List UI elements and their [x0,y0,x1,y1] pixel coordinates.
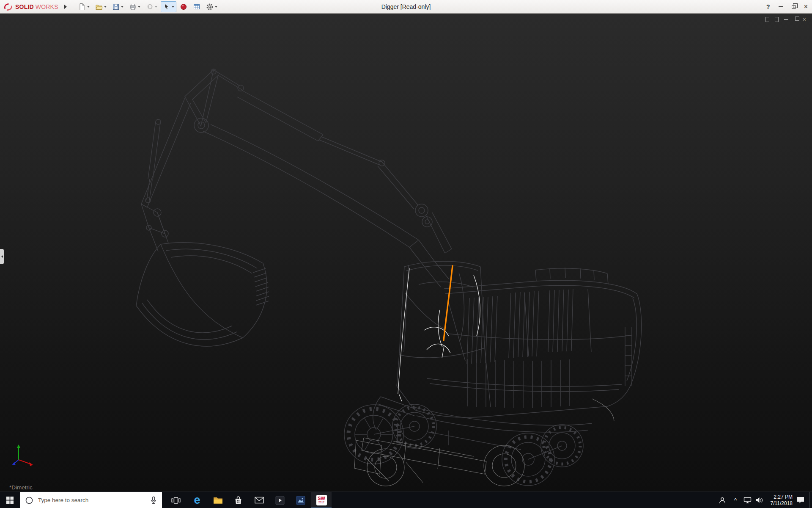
minimize-button[interactable] [779,6,783,7]
clock-time: 2:27 PM [774,494,793,500]
print-icon [129,3,137,11]
quick-access-toolbar [76,1,219,12]
feature-manager-collapsed-tab[interactable] [0,249,4,264]
taskbar-search-box[interactable] [20,492,162,508]
mail-envelope-icon [255,497,264,504]
design-table-button[interactable] [191,1,203,12]
solidworks-taskbar-button[interactable]: SW 2017 [311,492,332,508]
microphone-icon[interactable] [150,496,157,505]
people-icon [719,497,726,504]
solidworks-2017-icon: SW 2017 [316,495,327,505]
movies-tv-button[interactable] [270,492,290,508]
edge-browser-button[interactable]: e [187,492,207,508]
start-button[interactable] [0,492,20,508]
file-explorer-icon [213,496,223,504]
mail-button[interactable] [249,492,269,508]
close-button[interactable]: × [804,3,808,10]
options-button[interactable] [204,1,219,12]
volume-button[interactable] [754,492,765,508]
new-document-icon [78,3,86,11]
design-table-icon [193,3,200,11]
search-input[interactable] [37,497,150,504]
chevron-down-icon[interactable] [104,6,107,8]
chevron-down-icon[interactable] [138,6,140,8]
clock-date: 7/11/2018 [771,500,793,507]
chevron-up-icon: ^ [734,497,737,504]
select-cursor-icon [163,3,170,11]
solidworks-window: SOLIDWORKS [0,0,812,508]
excavator-dark-lines [136,69,642,486]
open-button[interactable] [93,1,109,12]
file-explorer-button[interactable] [208,492,228,508]
tray-overflow-button[interactable]: ^ [731,492,740,508]
document-page-icon[interactable] [765,17,769,22]
window-controls: ? × [766,0,808,14]
select-button[interactable] [161,1,176,12]
document-close-button[interactable]: × [803,17,806,22]
graphics-viewport[interactable]: × *Dimetric [0,14,812,491]
document-minimize-button[interactable] [784,19,788,20]
save-button[interactable] [110,1,126,12]
people-button[interactable] [716,492,728,508]
chevron-down-icon[interactable] [87,6,90,8]
print-button[interactable] [127,1,143,12]
task-view-icon [171,496,181,505]
show-desktop-button[interactable] [809,492,812,508]
titlebar: SOLIDWORKS [0,0,812,14]
windows-logo-icon [6,497,14,504]
ethernet-icon [743,497,752,504]
edge-icon: e [194,494,200,506]
view-orientation-label: *Dimetric [9,484,33,491]
store-bag-icon [234,496,243,505]
network-button[interactable] [742,492,753,508]
appearance-button[interactable] [178,1,189,12]
red-sphere-icon [180,3,187,11]
document-restore-button[interactable] [794,18,797,21]
selected-edge-highlight[interactable] [444,266,453,340]
collapse-arrow-icon [1,255,3,258]
chevron-down-icon[interactable] [172,6,174,8]
solidworks-logo: SOLIDWORKS [0,3,60,11]
document-page-icon[interactable] [775,17,779,22]
excavator-wireframe [0,14,812,491]
open-folder-icon [95,3,103,11]
new-document-button[interactable] [76,1,92,12]
chevron-down-icon[interactable] [121,6,123,8]
chevron-down-icon[interactable] [155,6,157,8]
gear-icon [206,3,214,11]
cortana-circle-icon [25,496,33,505]
windows-taskbar: e [0,491,812,508]
restore-button[interactable] [792,5,796,9]
menu-flyout-arrow-icon[interactable] [64,5,67,9]
photos-button[interactable] [291,492,311,508]
task-view-button[interactable] [166,492,186,508]
undo-button[interactable] [144,1,159,12]
taskbar-clock[interactable]: 2:27 PM 7/11/2018 [764,492,793,508]
movies-tv-icon [275,496,285,505]
save-floppy-icon [112,3,120,11]
photos-icon [296,496,305,505]
store-button[interactable] [228,492,248,508]
help-button[interactable]: ? [766,3,770,10]
action-center-icon [796,496,805,504]
speaker-icon [755,497,763,504]
dassault-systemes-logo-icon [3,3,14,11]
orientation-triad [8,442,36,469]
action-center-button[interactable] [794,492,807,508]
chevron-down-icon[interactable] [215,6,217,8]
document-window-controls: × [765,17,806,22]
brand-works: WORKS [36,3,58,10]
brand-solid: SOLID [15,3,34,10]
window-title: Digger [Read-only] [381,0,431,14]
undo-icon [146,3,154,11]
